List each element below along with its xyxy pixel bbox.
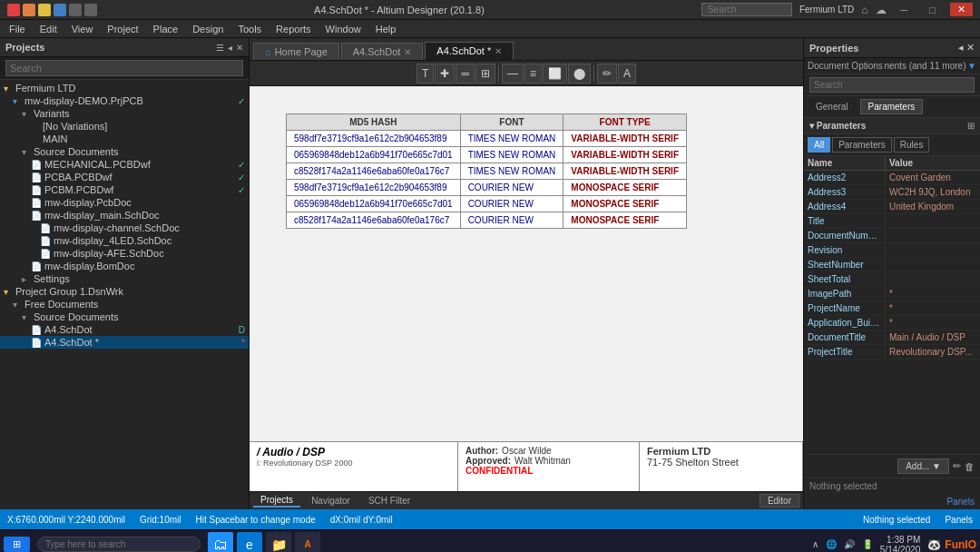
schematic-canvas[interactable]: MD5 HASH FONT FONT TYPE 598df7e3719cf9a1… bbox=[250, 86, 803, 491]
menu-view[interactable]: View bbox=[66, 23, 99, 35]
bottom-tabs: Projects Navigator SCH Filter Editor bbox=[250, 491, 803, 509]
tree-item-afe[interactable]: 📄 mw-display-AFE.SchDoc bbox=[0, 247, 249, 260]
pill-parameters[interactable]: Parameters bbox=[832, 137, 892, 153]
param-name: SheetTotal bbox=[804, 272, 886, 286]
menu-tools[interactable]: Tools bbox=[232, 23, 267, 35]
param-row-appbuild: Application_BuildN... * bbox=[804, 316, 980, 330]
tree-item-pcba[interactable]: 📄 PCBA.PCBDwf ✓ bbox=[0, 171, 249, 183]
toolbar-rect-btn[interactable]: ⬜ bbox=[543, 64, 567, 84]
menu-help[interactable]: Help bbox=[370, 23, 402, 35]
tree-item-no-variations[interactable]: [No Variations] bbox=[0, 120, 249, 133]
bottom-tab-sch-filter[interactable]: SCH Filter bbox=[361, 495, 417, 507]
toolbar-dash-btn[interactable]: — bbox=[502, 64, 524, 84]
taskbar: ⊞ 🗂 e 📁 A ∧ 🌐 🔊 🔋 1:38 PM 5/14/2020 🐼 Fu… bbox=[0, 529, 980, 552]
panel-menu-icon[interactable]: ☰ bbox=[216, 43, 224, 53]
taskbar-icon-folder[interactable]: 📁 bbox=[266, 532, 291, 553]
add-button[interactable]: Add... ▼ bbox=[897, 458, 949, 474]
param-row-revision: Revision bbox=[804, 243, 980, 258]
status-coords: X:6760.000mil Y:2240.000mil bbox=[7, 515, 125, 525]
tree-item-mechanical[interactable]: 📄 MECHANICAL.PCBDwf ✓ bbox=[0, 158, 249, 171]
toolbar-circle-btn[interactable]: ⬤ bbox=[568, 64, 591, 84]
close-button[interactable]: ✕ bbox=[950, 3, 973, 16]
props-tab-parameters[interactable]: Parameters bbox=[860, 99, 924, 114]
panel-close-icon[interactable]: ✕ bbox=[236, 43, 243, 53]
toolbar-pen-btn[interactable]: ✏ bbox=[597, 64, 617, 84]
col-header-type: FONT TYPE bbox=[564, 114, 687, 131]
tab-close-icon[interactable]: ✕ bbox=[495, 46, 502, 56]
panel-close-icon[interactable]: ✕ bbox=[966, 42, 975, 53]
toolbar-text2-btn[interactable]: A bbox=[618, 64, 636, 84]
menu-file[interactable]: File bbox=[4, 23, 31, 35]
tree-item-4led[interactable]: 📄 mw-display_4LED.SchDoc bbox=[0, 234, 249, 247]
taskbar-icon-edge[interactable]: e bbox=[237, 532, 262, 553]
tab-a4schdot[interactable]: A4.SchDot ✕ bbox=[341, 43, 424, 60]
toolbar-line-btn[interactable]: ═ bbox=[456, 64, 475, 84]
toolbar-grid-btn[interactable]: ⊞ bbox=[475, 64, 495, 84]
tab-a4schdot-active[interactable]: A4.SchDot * ✕ bbox=[425, 42, 514, 60]
tree-item-a4schdot-active[interactable]: 📄 A4.SchDot * * bbox=[0, 336, 249, 349]
tab-close-icon[interactable]: ✕ bbox=[404, 47, 411, 57]
tree-item-free-docs[interactable]: ▾ Free Documents bbox=[0, 298, 249, 310]
tree-item-project-group[interactable]: ▾ Project Group 1.DsnWrk bbox=[0, 285, 249, 298]
status-grid: Grid:10mil bbox=[140, 515, 181, 525]
status-nothing: Nothing selected bbox=[863, 515, 931, 525]
status-panels[interactable]: Panels bbox=[945, 515, 973, 525]
taskbar-icon-app[interactable]: A bbox=[295, 532, 320, 553]
bottom-tab-projects[interactable]: Projects bbox=[253, 494, 300, 508]
param-value bbox=[886, 243, 980, 257]
tree-item-project[interactable]: ▾ mw-display-DEMO.PrjPCB ✓ bbox=[0, 94, 249, 107]
edit-icon[interactable]: ✏ bbox=[953, 460, 961, 472]
tree-item-main-schdoc[interactable]: 📄 mw-display_main.SchDoc bbox=[0, 209, 249, 222]
file-icon: 📄 bbox=[31, 261, 42, 271]
project-search-input[interactable] bbox=[5, 60, 243, 76]
tree-item-pcbdoc[interactable]: 📄 mw-display.PcbDoc bbox=[0, 196, 249, 209]
clock-date: 5/14/2020 bbox=[880, 545, 921, 553]
font-cell: TIMES NEW ROMAN bbox=[460, 131, 564, 147]
doc-options-label[interactable]: Document Options bbox=[808, 61, 883, 71]
params-footer: Add... ▼ ✏ 🗑 bbox=[804, 454, 980, 478]
tree-item-pcbm[interactable]: 📄 PCBM.PCBDwf ✓ bbox=[0, 183, 249, 196]
funio-widget[interactable]: 🐼 FunIO bbox=[927, 538, 976, 551]
param-name: Revision bbox=[804, 243, 886, 257]
props-search-input[interactable] bbox=[809, 77, 975, 93]
pill-rules[interactable]: Rules bbox=[894, 137, 930, 153]
table-row: 065969848deb12a6b941f70e665c7d01 TIMES N… bbox=[287, 147, 687, 163]
folder-icon: ▾ bbox=[4, 84, 13, 94]
file-icon: 📄 bbox=[31, 172, 42, 182]
title-search-input[interactable] bbox=[701, 3, 792, 16]
maximize-button[interactable]: □ bbox=[922, 4, 943, 16]
menu-edit[interactable]: Edit bbox=[34, 23, 63, 35]
menu-reports[interactable]: Reports bbox=[270, 23, 317, 35]
panel-pin-icon[interactable]: ◂ bbox=[958, 42, 964, 53]
tree-item-bomdoc[interactable]: 📄 mw-display.BomDoc bbox=[0, 260, 249, 272]
tree-item-source-docs2[interactable]: ▾ Source Documents bbox=[0, 310, 249, 323]
tree-item-fermium[interactable]: ▾ Fermium LTD bbox=[0, 82, 249, 94]
toolbar-list-btn[interactable]: ≡ bbox=[524, 64, 542, 84]
menu-design[interactable]: Design bbox=[187, 23, 229, 35]
panels-label[interactable]: Panels bbox=[804, 494, 980, 509]
tree-item-main[interactable]: MAIN bbox=[0, 133, 249, 145]
tree-item-channel[interactable]: 📄 mw-display-channel.SchDoc bbox=[0, 222, 249, 234]
tree-item-variants[interactable]: ▾ Variants bbox=[0, 107, 249, 120]
tree-item-settings[interactable]: ▸ Settings bbox=[0, 272, 249, 285]
taskbar-search-input[interactable] bbox=[37, 537, 201, 552]
menu-place[interactable]: Place bbox=[148, 23, 184, 35]
filter-icon[interactable]: ⊞ bbox=[967, 121, 975, 131]
start-button[interactable]: ⊞ bbox=[4, 537, 30, 552]
delete-icon[interactable]: 🗑 bbox=[965, 461, 975, 472]
tab-home[interactable]: ⌂ Home Page bbox=[253, 43, 339, 60]
filter-icon[interactable]: ▼ bbox=[967, 61, 976, 71]
pill-all[interactable]: All bbox=[808, 137, 830, 153]
panel-pin-icon[interactable]: ◂ bbox=[228, 43, 232, 53]
taskbar-icon-explorer[interactable]: 🗂 bbox=[208, 532, 233, 553]
toolbar-add-btn[interactable]: ✚ bbox=[435, 64, 455, 84]
props-tab-general[interactable]: General bbox=[808, 99, 857, 114]
tree-item-a4schdot[interactable]: 📄 A4.SchDot D bbox=[0, 323, 249, 336]
menu-project[interactable]: Project bbox=[102, 23, 143, 35]
menu-window[interactable]: Window bbox=[320, 23, 367, 35]
tree-item-source-docs[interactable]: ▾ Source Documents bbox=[0, 145, 249, 158]
toolbar-text-btn[interactable]: T bbox=[416, 64, 434, 84]
icon-gray bbox=[69, 4, 82, 16]
minimize-button[interactable]: ─ bbox=[894, 4, 916, 16]
bottom-tab-navigator[interactable]: Navigator bbox=[304, 495, 358, 507]
